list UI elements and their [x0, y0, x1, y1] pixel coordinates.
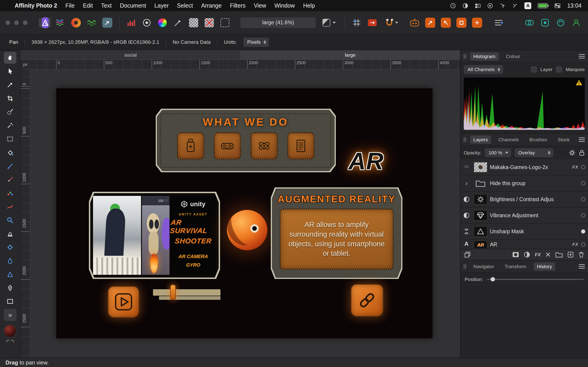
menu-document[interactable]: Document — [120, 2, 146, 9]
keyboard-layout-badge[interactable]: A — [524, 2, 531, 9]
window-zoom-button[interactable] — [23, 20, 27, 25]
panel-drag-handle[interactable] — [464, 54, 466, 59]
panel-menu-icon[interactable] — [579, 54, 585, 58]
layer-row-makaka-logo[interactable]: Makaka-Games-Logo-2x FX — [460, 159, 588, 175]
layer-name[interactable]: Brightness / Contrast Adjus — [490, 196, 578, 202]
account-button[interactable] — [570, 17, 582, 29]
histogram-warning-icon[interactable] — [576, 79, 582, 86]
adjustment-layer-button[interactable] — [524, 251, 530, 258]
view-mode-dropdown[interactable] — [319, 17, 339, 29]
view-pan-tool[interactable] — [4, 52, 17, 64]
add-layer-button[interactable] — [567, 251, 574, 258]
snapping-options-dropdown[interactable] — [382, 17, 402, 29]
layer-row-brightness-contrast[interactable]: Brightness / Contrast Adjus — [460, 192, 588, 208]
tab-transform[interactable]: Transform — [502, 262, 530, 271]
transparency-button[interactable] — [187, 17, 200, 29]
crop-tool[interactable] — [4, 92, 17, 105]
app-menu[interactable]: Affinity Photo 2 — [15, 2, 57, 9]
layer-checkbox[interactable] — [531, 67, 537, 73]
utility-cursor-icon-1[interactable] — [500, 3, 506, 9]
delete-fx-button[interactable] — [545, 252, 551, 257]
flood-fill-tool[interactable] — [4, 146, 17, 159]
photo-persona-button[interactable] — [39, 18, 51, 27]
tone-mapping-persona-button[interactable] — [86, 17, 98, 29]
layer-thumbnail[interactable] — [474, 210, 487, 220]
battery-icon[interactable] — [538, 3, 548, 8]
menu-arrange[interactable]: Arrange — [201, 2, 222, 9]
tab-channels[interactable]: Channels — [495, 135, 522, 144]
opacity-select[interactable]: 100 % — [485, 148, 511, 157]
live-filter-button[interactable]: FX — [535, 252, 541, 257]
group-layers-button[interactable] — [555, 252, 563, 258]
layer-name[interactable]: Makaka-Games-Logo-2x — [490, 164, 570, 170]
stats-chart-button[interactable] — [125, 17, 137, 29]
layer-thumbnail[interactable]: AR — [474, 241, 487, 249]
tab-history[interactable]: History — [534, 262, 555, 271]
clone-stamp-tool[interactable] — [4, 227, 17, 240]
menu-clock[interactable]: 13:04 — [567, 2, 582, 9]
auto-adjust-button-3[interactable] — [455, 17, 468, 29]
layer-name[interactable]: Unsharp Mask — [490, 228, 578, 235]
layer-visibility-toggle[interactable] — [581, 197, 585, 201]
liquify-persona-button[interactable] — [54, 17, 67, 29]
layer-name[interactable]: AR — [490, 241, 570, 248]
flood-select-tool[interactable] — [4, 119, 17, 132]
alignment-button[interactable] — [493, 17, 505, 29]
color-wheel-button[interactable] — [156, 17, 169, 29]
blend-mode-select[interactable]: Overlay — [515, 148, 553, 157]
panel-drag-handle[interactable] — [464, 137, 466, 142]
slider-knob[interactable] — [491, 277, 495, 282]
tab-histogram[interactable]: Histogram — [470, 52, 499, 60]
menu-select[interactable]: Select — [177, 2, 193, 9]
rotate-arrows-icon[interactable] — [6, 339, 15, 344]
marquee-select-tool[interactable] — [4, 133, 17, 145]
menu-view[interactable]: View — [254, 2, 266, 9]
slice-button[interactable] — [172, 17, 184, 29]
assistant-button[interactable] — [408, 17, 421, 29]
panel-drag-handle[interactable] — [464, 264, 466, 269]
layer-row-hidden-group[interactable]: › Hide this group — [460, 175, 588, 192]
marquee-checkbox[interactable] — [556, 67, 562, 73]
layer-visibility-toggle[interactable] — [581, 213, 585, 217]
window-minimize-button[interactable] — [14, 20, 19, 25]
tab-colour[interactable]: Colour — [503, 52, 523, 60]
duplicate-layer-button[interactable] — [464, 251, 471, 258]
sync-circles-button[interactable] — [523, 17, 536, 29]
layer-fx-badge[interactable]: FX — [572, 241, 578, 247]
control-center-icon[interactable] — [554, 3, 561, 9]
rectangle-tool[interactable] — [4, 295, 17, 308]
snapping-grid-button[interactable] — [351, 17, 363, 29]
force-pixel-alignment-button[interactable] — [366, 17, 379, 29]
rounded-square-button[interactable] — [539, 17, 551, 29]
document-canvas[interactable]: WHAT WE DO AR — [56, 88, 432, 338]
mask-layer-button[interactable] — [512, 252, 519, 258]
export-persona-button[interactable] — [101, 17, 113, 29]
paint-brush-tool[interactable] — [4, 173, 17, 186]
menu-window[interactable]: Window — [275, 2, 295, 9]
utility-cursor-icon-2[interactable] — [512, 3, 518, 9]
sharpen-brush-tool[interactable] — [4, 268, 17, 281]
layer-row-vibrance[interactable]: Vibrance Adjustment — [460, 208, 588, 224]
more-tools-button[interactable]: » — [4, 309, 17, 321]
show-selection-button[interactable] — [219, 17, 231, 29]
units-select[interactable]: Pixels — [243, 37, 269, 47]
auto-adjust-button-1[interactable] — [424, 17, 436, 29]
stage-manager-icon[interactable] — [475, 3, 481, 9]
layer-thumbnail[interactable] — [474, 194, 487, 204]
smudge-tool[interactable] — [4, 200, 17, 213]
tab-navigator[interactable]: Navigator — [470, 262, 497, 271]
lock-icon[interactable] — [579, 149, 585, 156]
blend-options-gear-icon[interactable] — [569, 149, 576, 156]
panel-menu-icon[interactable] — [579, 137, 585, 142]
layer-name[interactable]: Vibrance Adjustment — [490, 212, 578, 219]
delete-layer-button[interactable] — [578, 251, 584, 258]
layer-fx-badge[interactable]: FX — [572, 165, 578, 170]
dodge-brush-tool[interactable] — [4, 241, 17, 253]
tab-brushes[interactable]: Brushes — [526, 135, 550, 144]
pen-tool[interactable] — [4, 282, 17, 294]
auto-adjust-button-4[interactable] — [471, 17, 483, 29]
window-close-button[interactable] — [6, 20, 10, 25]
display-contrast-icon[interactable] — [462, 3, 468, 9]
canvas-viewport[interactable]: WHAT WE DO AR — [30, 69, 460, 358]
expand-chevron-icon[interactable]: › — [465, 180, 467, 187]
